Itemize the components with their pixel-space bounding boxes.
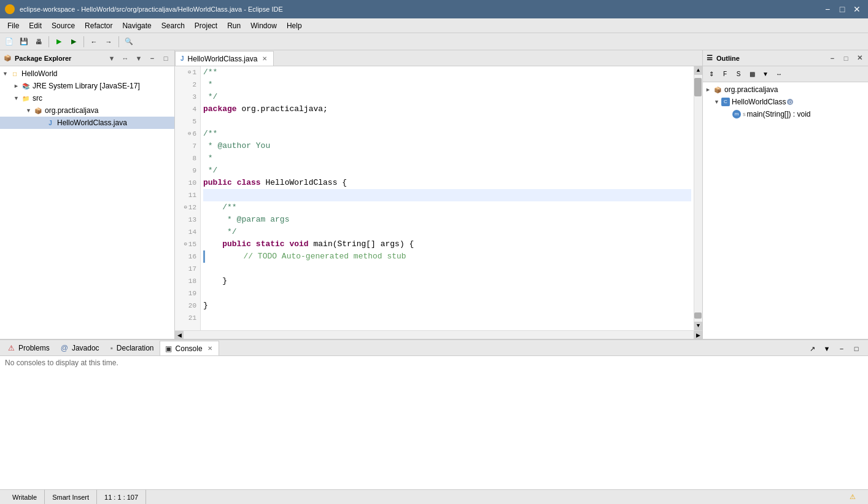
collapse-all-button[interactable]: ▼ [107,53,117,63]
code-line-9: */ [203,165,691,177]
scroll-right-arrow[interactable]: ▶ [694,331,702,339]
javadoc-icon: @ [61,344,68,352]
toolbar-new-button[interactable]: 📄 [2,35,16,48]
line-4: 4 [179,103,196,115]
menu-refactor[interactable]: Refactor [80,20,117,31]
code-line-6: /** [203,128,691,140]
outline-close-button[interactable]: ✕ [854,53,864,63]
title-bar-text: eclipse-workspace - HelloWorld/src/org/p… [20,6,816,13]
fold-6[interactable]: ⊖ [188,128,191,140]
tab-problems[interactable]: ⚠ Problems [2,341,55,355]
toolbar-redo-button[interactable]: → [102,35,115,48]
outline-sort-button[interactable]: ⇕ [705,68,718,80]
menu-help[interactable]: Help [282,20,307,31]
status-position: 11 : 1 : 107 [97,490,146,504]
tab-javadoc[interactable]: @ Javadoc [55,341,105,355]
toolbar-print-button[interactable]: 🖶 [32,35,45,48]
tree-item-java-file[interactable]: J HelloWorldClass.java [0,117,174,129]
outline-class-icon: C [721,98,730,106]
console-maximize-button[interactable]: □ [850,342,863,355]
editor-tab-label: HelloWorldClass.java [188,55,258,63]
tree-item-src[interactable]: ▼ 📁 src [0,92,174,104]
line-6: ⊖6 [179,128,196,140]
editor-panel: J HelloWorldClass.java ✕ ⊖1 2 3 4 5 ⊖6 7… [175,50,702,339]
menu-navigate[interactable]: Navigate [117,20,156,31]
helloworld-label: HelloWorld [21,69,57,78]
tab-console[interactable]: ▣ Console ✕ [160,341,219,355]
tab-console-label: Console [176,344,203,353]
toolbar-save-button[interactable]: 💾 [17,35,31,48]
line-3: 3 [179,91,196,103]
outline-package-item[interactable]: ► 📦 org.practicaljava [703,83,868,96]
toolbar-run-button[interactable]: ▶ [52,35,66,48]
outline-method-label: main(String[]) : void [747,110,811,118]
arrow-src: ▼ [14,95,21,101]
menu-run[interactable]: Run [222,20,246,31]
outline-package-icon: 📦 [713,85,723,95]
menu-file[interactable]: File [2,20,24,31]
menu-search[interactable]: Search [157,20,190,31]
toolbar-undo-button[interactable]: ← [87,35,101,48]
outline-link-button[interactable]: ↔ [773,68,785,80]
scroll-up-arrow[interactable]: ▲ [694,66,702,75]
maximize-panel-button[interactable]: □ [161,53,171,63]
link-with-editor-button[interactable]: ↔ [120,53,130,63]
code-line-15: public static void main(String[] args) { [203,238,691,250]
outline-method-item[interactable]: m s main(String[]) : void [703,108,868,120]
menu-edit[interactable]: Edit [24,20,47,31]
line-10: 10 [179,177,196,189]
maximize-button[interactable]: □ [836,3,848,15]
console-tab-close-button[interactable]: ✕ [206,345,214,352]
console-content: No consoles to display at this time. [0,356,868,489]
package-explorer-panel: 📦 Package Explorer ▼ ↔ ▼ − □ ▼ □ HelloWo… [0,50,175,339]
toolbar-search-button[interactable]: 🔍 [122,35,136,48]
view-menu-button[interactable]: ▼ [134,53,144,63]
tab-declaration[interactable]: ▪ Declaration [105,341,160,355]
outline-collapse-all-button[interactable]: ▼ [759,68,772,80]
package-explorer-title: Package Explorer [15,55,103,62]
scroll-left-arrow[interactable]: ◀ [175,331,184,339]
scroll-thumb2[interactable] [694,312,702,319]
outline-toolbar: ⇕ F S ▩ ▼ ↔ [703,66,868,82]
menu-source[interactable]: Source [47,20,80,31]
outline-minimize-button[interactable]: − [827,53,837,63]
console-message: No consoles to display at this time. [5,359,118,367]
tree-item-jre[interactable]: ► 📚 JRE System Library [JavaSE-17] [0,80,174,92]
code-area[interactable]: ⊖1 2 3 4 5 ⊖6 7 8 9 10 11 ⊖12 13 14 ⊖15 … [175,66,702,330]
minimize-panel-button[interactable]: − [147,53,157,63]
console-view-menu[interactable]: ▼ [820,342,834,355]
minimize-button[interactable]: − [821,3,834,15]
menu-project[interactable]: Project [190,20,222,31]
editor-tab-helloworld[interactable]: J HelloWorldClass.java ✕ [175,51,274,66]
toolbar-debug-button[interactable]: ▶ [67,35,80,48]
fold-1[interactable]: ⊖ [188,66,191,79]
line-1: ⊖1 [179,66,196,79]
console-open-button[interactable]: ↗ [805,342,819,355]
scroll-down-arrow[interactable]: ▼ [694,322,702,330]
horizontal-scrollbar[interactable]: ◀ ▶ [175,330,702,339]
close-button[interactable]: ✕ [851,3,863,15]
outline-method-icon: m [732,110,741,118]
java-file-icon: J [45,118,55,128]
code-content[interactable]: /** * */ package org.practicaljava; /** … [201,66,694,330]
eclipse-icon [5,4,15,14]
scroll-thumb[interactable] [694,78,702,96]
code-line-1: /** [203,66,691,79]
outline-hide-fields-button[interactable]: F [719,68,731,80]
menu-window[interactable]: Window [246,20,282,31]
console-minimize-button[interactable]: − [835,342,848,355]
tree-item-package[interactable]: ▼ 📦 org.practicaljava [0,104,174,117]
outline-class-item[interactable]: ▼ C HelloWorldClass O [703,96,868,108]
code-line-21 [203,312,691,324]
scroll-track[interactable] [694,75,702,322]
editor-tab-close-button[interactable]: ✕ [261,55,268,63]
fold-12[interactable]: ⊖ [184,201,187,214]
outline-hide-static-button[interactable]: S [732,68,745,80]
outline-maximize-button[interactable]: □ [841,53,851,63]
fold-15[interactable]: ⊖ [184,238,187,250]
code-line-10: public class HelloWorldClass { [203,177,691,189]
vertical-scrollbar[interactable]: ▲ ▼ [694,66,702,330]
line-numbers: ⊖1 2 3 4 5 ⊖6 7 8 9 10 11 ⊖12 13 14 ⊖15 … [175,66,201,330]
tree-item-helloworld[interactable]: ▼ □ HelloWorld [0,68,174,80]
outline-filter-button[interactable]: ▩ [746,68,758,80]
